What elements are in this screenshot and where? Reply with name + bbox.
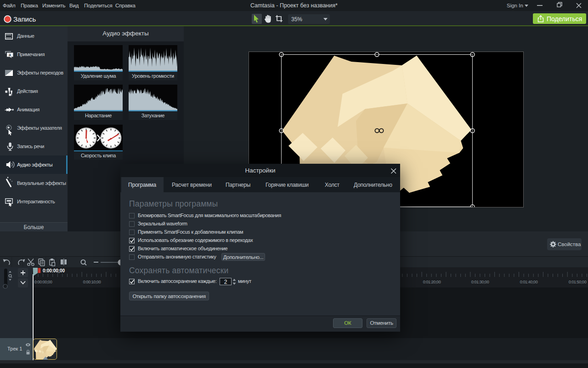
svg-text:a: a bbox=[9, 52, 11, 57]
